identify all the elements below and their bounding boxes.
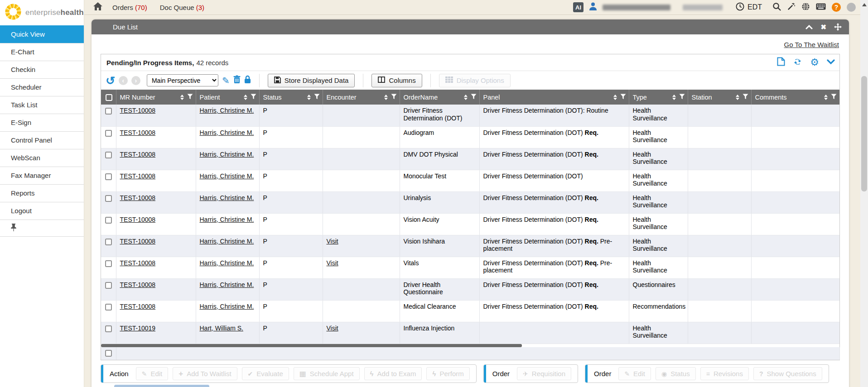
row-checkbox[interactable]: [105, 130, 112, 137]
sidebar-item[interactable]: Reports: [0, 184, 84, 202]
page-scrollbar[interactable]: [860, 0, 868, 387]
mr-number-link[interactable]: TEST-10008: [120, 194, 156, 201]
filter-icon[interactable]: [391, 94, 397, 101]
column-header: Panel: [479, 90, 629, 105]
filter-icon[interactable]: [314, 94, 320, 101]
patient-link[interactable]: Harris, Christine M.: [200, 107, 254, 114]
sidebar-item[interactable]: WebScan: [0, 149, 84, 167]
filter-icon[interactable]: [831, 94, 837, 101]
perspective-select[interactable]: Main Perspective: [147, 74, 218, 86]
patient-link[interactable]: Harris, Christine M.: [200, 151, 254, 158]
sort-icon[interactable]: [464, 95, 468, 100]
sidebar-item[interactable]: Task List: [0, 96, 84, 114]
table-hscroll-thumb[interactable]: [101, 344, 522, 347]
select-all-checkbox[interactable]: [106, 94, 112, 101]
patient-link[interactable]: Harris, Christine M.: [200, 303, 254, 310]
encounter-link[interactable]: Visit: [327, 238, 338, 245]
row-checkbox[interactable]: [105, 304, 112, 311]
patient-link[interactable]: Harris, Christine M.: [200, 172, 254, 180]
row-checkbox[interactable]: [105, 108, 112, 115]
encounter-link[interactable]: Visit: [327, 325, 338, 332]
help-icon[interactable]: ?: [832, 3, 841, 12]
sidebar-item[interactable]: Fax Manager: [0, 167, 84, 184]
filter-icon[interactable]: [679, 94, 685, 101]
undo-icon[interactable]: ↺: [106, 75, 115, 86]
sidebar-pin[interactable]: [0, 220, 84, 237]
row-checkbox[interactable]: [105, 260, 112, 267]
sidebar-item[interactable]: E-Sign: [0, 114, 84, 131]
mr-number-link[interactable]: TEST-10008: [120, 281, 156, 288]
columns-button[interactable]: Columns: [371, 74, 422, 87]
sort-icon[interactable]: [244, 95, 247, 100]
patient-link[interactable]: Harris, Christine M.: [200, 238, 254, 245]
patient-link[interactable]: Hart, William S.: [200, 325, 243, 332]
page-hscroll-thumb[interactable]: [114, 385, 209, 387]
close-icon[interactable]: ✖: [820, 23, 826, 31]
scrollbar-thumb[interactable]: [861, 76, 867, 191]
edit-perspective-icon[interactable]: ✎: [222, 75, 230, 86]
row-checkbox[interactable]: [105, 350, 112, 357]
mr-number-link[interactable]: TEST-10008: [120, 129, 156, 136]
sidebar-item[interactable]: E-Chart: [0, 43, 84, 61]
encounter-link[interactable]: Visit: [327, 259, 338, 267]
globe-icon[interactable]: [801, 2, 810, 13]
sort-icon[interactable]: [307, 95, 311, 100]
sort-icon[interactable]: [613, 95, 617, 100]
mr-number-link[interactable]: TEST-10008: [120, 216, 156, 223]
refresh-icon[interactable]: [793, 57, 802, 68]
sort-icon[interactable]: [736, 95, 739, 100]
row-checkbox[interactable]: [105, 282, 112, 289]
scroll-up-icon[interactable]: [862, 3, 867, 6]
mr-number-link[interactable]: TEST-10008: [120, 259, 156, 267]
row-checkbox[interactable]: [105, 152, 112, 158]
move-icon[interactable]: [834, 23, 842, 31]
filter-icon[interactable]: [187, 94, 193, 101]
new-document-icon[interactable]: [777, 57, 785, 68]
sidebar-item[interactable]: Scheduler: [0, 78, 84, 96]
nav-orders[interactable]: Orders (70): [112, 4, 147, 11]
row-checkbox[interactable]: [105, 173, 112, 180]
sidebar-item[interactable]: Logout: [0, 202, 84, 220]
sort-icon[interactable]: [180, 95, 184, 100]
search-icon[interactable]: [772, 2, 781, 13]
sort-icon[interactable]: [824, 95, 828, 100]
filter-icon[interactable]: [471, 94, 477, 101]
delete-perspective-icon[interactable]: [233, 75, 241, 86]
sidebar-item[interactable]: Checkin: [0, 61, 84, 78]
patient-link[interactable]: Harris, Christine M.: [200, 129, 254, 136]
filter-icon[interactable]: [743, 94, 748, 101]
clock-icon[interactable]: [736, 2, 744, 13]
lock-icon[interactable]: [244, 75, 251, 86]
patient-link[interactable]: Harris, Christine M.: [200, 194, 254, 201]
patient-link[interactable]: Harris, Christine M.: [200, 281, 254, 288]
patient-link[interactable]: Harris, Christine M.: [200, 216, 254, 223]
go-to-waitlist-link[interactable]: Go To The Waitlist: [784, 41, 839, 48]
mr-number-link[interactable]: TEST-10008: [120, 151, 156, 158]
sidebar-item[interactable]: Control Panel: [0, 131, 84, 149]
chevron-down-icon[interactable]: [827, 58, 835, 67]
mr-number-link[interactable]: TEST-10008: [120, 107, 156, 114]
ai-badge[interactable]: AI: [573, 2, 583, 12]
row-checkbox[interactable]: [105, 195, 112, 202]
filter-icon[interactable]: [620, 94, 626, 101]
sort-icon[interactable]: [672, 95, 676, 100]
mr-number-link[interactable]: TEST-10008: [120, 303, 156, 310]
collapse-icon[interactable]: [805, 25, 813, 29]
mr-number-link[interactable]: TEST-10008: [120, 238, 156, 245]
gear-icon[interactable]: ⚙: [810, 58, 819, 67]
row-checkbox[interactable]: [105, 239, 112, 245]
sort-icon[interactable]: [384, 95, 388, 100]
mr-number-link[interactable]: TEST-10019: [120, 325, 156, 332]
mr-number-link[interactable]: TEST-10008: [120, 172, 156, 180]
sidebar-item[interactable]: Quick View: [0, 25, 84, 43]
user-icon[interactable]: [589, 2, 597, 12]
home-icon[interactable]: [93, 2, 102, 12]
wand-icon[interactable]: [787, 2, 796, 13]
keyboard-icon[interactable]: [816, 3, 826, 12]
nav-doc-queue[interactable]: Doc Queue (3): [160, 4, 204, 11]
patient-link[interactable]: Harris, Christine M.: [200, 259, 254, 267]
row-checkbox[interactable]: [105, 217, 112, 224]
filter-icon[interactable]: [251, 94, 256, 101]
store-displayed-data-button[interactable]: Store Displayed Data: [268, 74, 355, 87]
row-checkbox[interactable]: [105, 325, 112, 332]
